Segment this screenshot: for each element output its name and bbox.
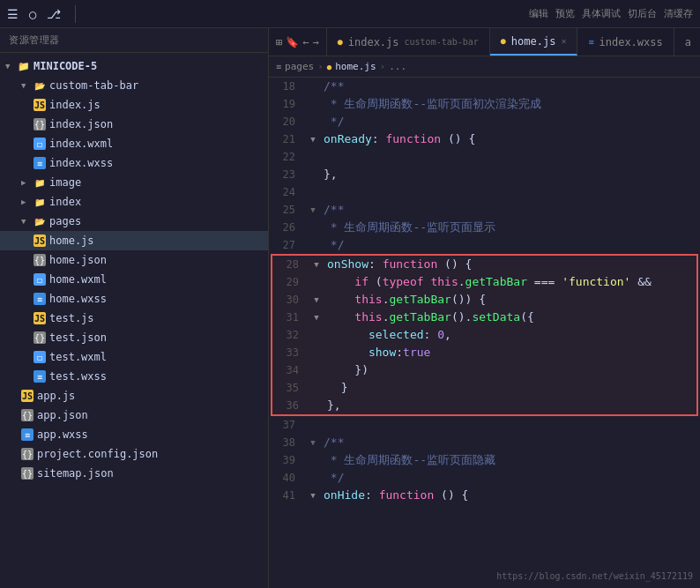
tab-index-wxss-label: index.wxss <box>599 36 663 48</box>
custom-tab-bar-arrow: ▼ <box>21 81 30 90</box>
fold-41[interactable]: ▼ <box>306 487 320 504</box>
code-21: onReady: function () { <box>320 130 700 148</box>
line-num-33: 33 <box>272 344 309 361</box>
tab-index-js[interactable]: ● index.js custom-tab-bar <box>327 28 490 56</box>
switch-action[interactable]: 切后台 <box>628 7 657 20</box>
tree-item-test-json[interactable]: {} test.json <box>0 328 268 347</box>
tree-item-sitemap[interactable]: {} sitemap.json <box>0 464 268 483</box>
tree-item-index-js[interactable]: JS index.js <box>0 95 268 115</box>
tab-home-js-icon: ● <box>501 36 506 46</box>
fold-31[interactable]: ▼ <box>309 309 324 326</box>
tree-item-test-js[interactable]: JS test.js <box>0 309 268 328</box>
tab-index-wxss[interactable]: ≡ index.wxss <box>577 28 674 56</box>
code-line-22: 22 <box>269 148 700 166</box>
test-js-icon: JS <box>34 312 46 324</box>
breadcrumb-ellipsis[interactable]: ... <box>389 61 406 72</box>
debug-action[interactable]: 具体调试 <box>582 7 621 20</box>
code-line-32: 32 selected: 0, <box>272 326 696 344</box>
folder-icon: 📂 <box>34 79 46 92</box>
search-icon[interactable]: ○ <box>29 7 36 21</box>
app-wxss-label: app.wxss <box>37 428 88 441</box>
tree-item-app-wxss[interactable]: ≡ app.wxss <box>0 425 268 444</box>
code-editor[interactable]: 18 /** 19 * 生命周期函数--监听页面初次渲染完成 20 */ 21 … <box>269 78 700 588</box>
clear-action[interactable]: 清缓存 <box>664 7 693 20</box>
tree-item-home-wxss[interactable]: ≡ home.wxss <box>0 289 268 309</box>
tab-home-js-close[interactable]: ✕ <box>561 36 566 46</box>
breadcrumb-menu-icon[interactable]: ≡ <box>276 62 281 71</box>
sitemap-label: sitemap.json <box>37 467 114 480</box>
app-js-label: app.js <box>37 390 75 402</box>
home-json-icon: {} <box>34 254 46 266</box>
tab-home-js[interactable]: ● home.js ✕ <box>490 28 578 56</box>
fold-40 <box>306 469 320 487</box>
tree-item-home-js[interactable]: JS home.js <box>0 231 268 250</box>
fold-21[interactable]: ▼ <box>306 130 320 148</box>
bookmark-icon[interactable]: 🔖 <box>286 36 299 48</box>
tree-item-home-json[interactable]: {} home.json <box>0 250 268 270</box>
fold-32 <box>309 326 324 344</box>
main-layout: 资源管理器 ▼ 📁 MINICODE-5 ▼ 📂 custom-tab-bar … <box>0 28 700 588</box>
root-arrow: ▼ <box>5 62 14 71</box>
tree-item-index-wxss[interactable]: ≡ index.wxss <box>0 153 268 173</box>
line-num-20: 20 <box>269 113 306 130</box>
tree-item-index-wxml[interactable]: ◻ index.wxml <box>0 134 268 153</box>
line-num-26: 26 <box>269 219 306 236</box>
tree-item-index-folder[interactable]: ▶ 📁 index <box>0 192 268 212</box>
menu-icon[interactable]: ☰ <box>7 7 19 21</box>
project-config-label: project.config.json <box>37 448 158 460</box>
line-num-24: 24 <box>269 183 306 201</box>
tab-index-js-icon: ● <box>338 37 343 47</box>
tab-a[interactable]: a <box>674 28 700 56</box>
edit-action[interactable]: 编辑 <box>529 7 548 20</box>
tree-item-custom-tab-bar[interactable]: ▼ 📂 custom-tab-bar <box>0 76 268 95</box>
code-39: * 生命周期函数--监听页面隐藏 <box>320 451 700 469</box>
back-icon[interactable]: ← <box>302 36 309 48</box>
tree-item-app-js[interactable]: JS app.js <box>0 386 268 406</box>
home-wxml-label: home.wxml <box>49 273 107 286</box>
preview-action[interactable]: 预览 <box>555 7 575 20</box>
tree-root-item[interactable]: ▼ 📁 MINICODE-5 <box>0 56 268 76</box>
tree-item-image[interactable]: ▶ 📁 image <box>0 173 268 192</box>
editor-area: ⊞ 🔖 ← → ● index.js custom-tab-bar ● home… <box>269 28 700 588</box>
code-23: }, <box>320 166 700 183</box>
code-19: * 生命周期函数--监听页面初次渲染完成 <box>320 95 700 113</box>
tree-item-test-wxml[interactable]: ◻ test.wxml <box>0 347 268 367</box>
code-36: }, <box>324 397 696 414</box>
image-arrow: ▶ <box>21 178 30 187</box>
fold-30[interactable]: ▼ <box>309 291 324 309</box>
code-line-34: 34 }) <box>272 361 696 379</box>
code-line-37: 37 <box>269 416 700 434</box>
fold-20 <box>306 113 320 130</box>
git-icon[interactable]: ⎇ <box>47 7 61 21</box>
line-num-35: 35 <box>272 379 309 397</box>
home-wxml-icon: ◻ <box>34 273 46 286</box>
breadcrumb-pages[interactable]: pages <box>285 61 314 72</box>
code-line-38: 38 ▼ /** <box>269 434 700 451</box>
home-js-icon: JS <box>34 234 46 247</box>
breadcrumb-home-js[interactable]: home.js <box>335 61 376 72</box>
fold-28[interactable]: ▼ <box>309 256 324 273</box>
line-num-36: 36 <box>272 397 309 414</box>
fold-36 <box>309 397 324 414</box>
tree-item-home-wxml[interactable]: ◻ home.wxml <box>0 270 268 289</box>
line-num-32: 32 <box>272 326 309 344</box>
code-line-33: 33 show:true <box>272 344 696 361</box>
fold-22 <box>306 148 320 166</box>
tree-item-pages[interactable]: ▼ 📂 pages <box>0 212 268 231</box>
test-json-label: test.json <box>49 331 107 344</box>
split-icon[interactable]: ⊞ <box>276 36 282 48</box>
code-35: } <box>324 379 696 397</box>
forward-icon[interactable]: → <box>312 36 318 48</box>
highlighted-block: 28 ▼ onShow: function () { 29 if (typeof… <box>271 254 698 416</box>
toolbar-actions: 编辑 预览 具体调试 切后台 清缓存 <box>529 7 693 20</box>
pages-arrow: ▼ <box>21 217 30 226</box>
tree-item-project-config[interactable]: {} project.config.json <box>0 444 268 464</box>
root-label: MINICODE-5 <box>34 60 97 72</box>
tree-item-test-wxss[interactable]: ≡ test.wxss <box>0 367 268 386</box>
tree-item-app-json[interactable]: {} app.json <box>0 406 268 425</box>
tree-item-index-json[interactable]: {} index.json <box>0 115 268 134</box>
json-icon: {} <box>34 118 46 130</box>
line-num-39: 39 <box>269 451 306 469</box>
fold-34 <box>309 361 324 379</box>
breadcrumb-file-icon: ● <box>327 63 331 71</box>
